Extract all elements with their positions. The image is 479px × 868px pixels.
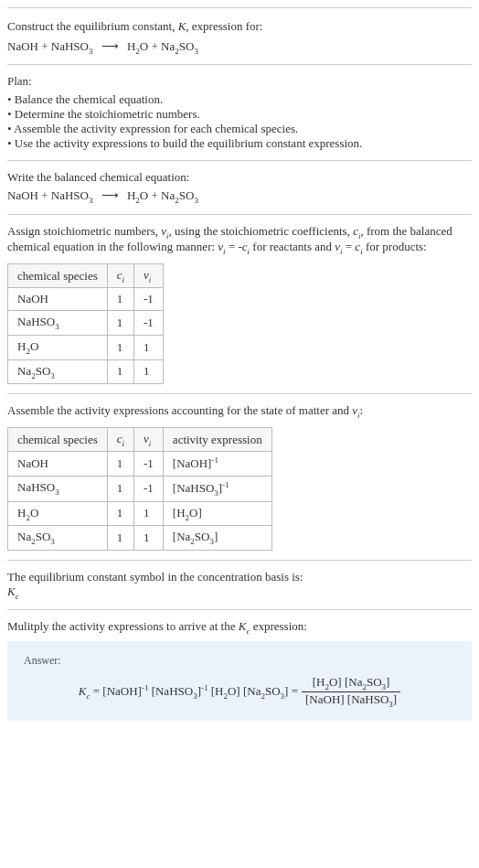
eqsymbol-kc: Kc [7, 584, 472, 601]
act-a: [NaHSO [173, 481, 215, 495]
sp-sub: 3 [55, 322, 59, 331]
plan-item: Determine the stoichiometric numbers. [7, 107, 472, 122]
cell-c: 1 [107, 476, 133, 501]
th-nu: νi [134, 263, 164, 288]
cell-c: 1 [107, 311, 133, 336]
cell-nu: 1 [134, 501, 164, 526]
plan-list: Balance the chemical equation. Determine… [7, 92, 472, 151]
beq-arrow-icon: ⟶ [96, 188, 124, 202]
beq-rhs2a: Na [161, 188, 175, 202]
plan-item: Use the activity expressions to build th… [7, 136, 472, 151]
act-b: SO [195, 530, 210, 543]
eqsymbol-section: The equilibrium constant symbol in the c… [7, 560, 472, 610]
prompt-part1: Construct the equilibrium constant, [7, 19, 178, 33]
cell-species: NaHSO3 [8, 311, 108, 336]
asp-b: SO [36, 530, 51, 543]
reaction-equation: NaOH + NaHSO3 ⟶ H2O + Na2SO3 [7, 39, 472, 56]
eq-rhs2b: SO [179, 39, 195, 53]
eq-rhs1b: O [140, 39, 148, 53]
answer-fraction: [H2O] [Na2SO3] [NaOH] [NaHSO3] [302, 675, 400, 708]
beq-lhs2sub: 3 [89, 196, 93, 205]
th-nu-i: i [149, 274, 152, 284]
balanced-title: Write the balanced chemical equation: [7, 170, 472, 185]
ath-c-i: i [122, 438, 125, 447]
asp-a: NaOH [17, 456, 48, 470]
th-c-i: i [122, 274, 125, 284]
num-c: SO [367, 675, 382, 689]
prompt-section: Construct the equilibrium constant, K, e… [7, 7, 472, 64]
cell-species: H2O [8, 336, 108, 360]
act-sup: -1 [222, 480, 229, 489]
cell-c: 1 [107, 288, 133, 311]
beq-rhs1b: O [140, 188, 148, 202]
eq-plus2: + [148, 39, 161, 53]
beq-lhs1: NaOH [7, 188, 38, 202]
balanced-section: Write the balanced chemical equation: Na… [7, 160, 472, 214]
act-sup: -1 [211, 455, 218, 465]
arrow-icon: ⟶ [96, 39, 124, 53]
act-title-a: Assemble the activity expressions accoun… [7, 403, 352, 417]
table-row: NaHSO3 1 -1 [NaHSO3]-1 [8, 476, 272, 501]
eq-rhs2sub2: 3 [194, 46, 198, 55]
cell-activity: [NaHSO3]-1 [163, 476, 271, 501]
asp-sub: 3 [55, 488, 59, 497]
cell-nu: -1 [134, 452, 164, 476]
act-a: [Na [173, 530, 191, 543]
act-b: O] [189, 506, 202, 520]
cell-c: 1 [107, 359, 133, 384]
table-row: NaOH 1 -1 [8, 288, 164, 311]
answer-label: Answer: [24, 654, 455, 668]
stoich-table: chemical species ci νi NaOH 1 -1 NaHSO3 … [7, 263, 164, 384]
cell-nu: -1 [134, 288, 164, 311]
eq-plus1: + [38, 39, 51, 53]
sp-a: Na [17, 364, 31, 378]
activity-table: chemical species ci νi activity expressi… [7, 427, 272, 551]
table-row: NaHSO3 1 -1 [8, 311, 164, 336]
table-header-row: chemical species ci νi activity expressi… [8, 427, 272, 452]
stoich-ia: Assign stoichiometric numbers, [7, 224, 161, 238]
eq-lhs2sub: 3 [89, 46, 93, 55]
stoich-intro: Assign stoichiometric numbers, νi, using… [7, 224, 472, 256]
stoich-section: Assign stoichiometric numbers, νi, using… [7, 214, 472, 394]
balanced-equation: NaOH + NaHSO3 ⟶ H2O + Na2SO3 [7, 188, 472, 205]
stoich-eq1: = - [226, 240, 242, 253]
table-row: H2O 1 1 [H2O] [8, 501, 272, 526]
th-nu: νi [134, 427, 164, 452]
ans-t3a: [H [211, 684, 224, 698]
ans-t3b: O] [228, 684, 240, 698]
eq-lhs1: NaOH [7, 39, 38, 53]
ans-sup2: -1 [201, 683, 208, 692]
asp-a: NaHSO [17, 480, 55, 494]
cell-nu: -1 [134, 476, 164, 501]
stoich-id: for reactants and [250, 240, 335, 253]
cell-c: 1 [107, 501, 133, 526]
act-title-b: : [360, 403, 364, 417]
beq-lhs2a: NaHSO [51, 188, 89, 202]
den-a: [NaOH] [NaHSO [305, 692, 389, 706]
ath-nu-i: i [149, 438, 152, 447]
sp-a: NaHSO [17, 315, 55, 328]
beq-rhs1a: H [127, 188, 135, 202]
table-row: H2O 1 1 [8, 336, 164, 360]
th-c: ci [107, 263, 133, 288]
prompt-part1b: , expression for: [186, 19, 262, 33]
asp-b: O [30, 506, 38, 520]
act-a: [NaOH] [173, 457, 212, 471]
sp-sub2: 3 [50, 370, 55, 380]
asp-sub2: 3 [50, 537, 55, 546]
den-b: ] [393, 692, 397, 706]
kc-c: c [16, 591, 19, 600]
cell-c: 1 [107, 452, 133, 476]
cell-species: Na2SO3 [8, 526, 108, 551]
ans-eq2: = [288, 684, 298, 698]
multiply-text: Mulitply the activity expressions to arr… [7, 619, 472, 636]
cell-c: 1 [107, 526, 133, 551]
ans-t1: [NaOH] [102, 684, 142, 698]
multiply-section: Mulitply the activity expressions to arr… [7, 609, 472, 730]
cell-nu: 1 [134, 336, 164, 360]
cell-species: NaHSO3 [8, 476, 108, 501]
stoich-ib: , using the stoichiometric coefficients, [169, 224, 354, 238]
cell-nu: 1 [134, 526, 164, 551]
sp-b: SO [36, 364, 51, 378]
fraction-numerator: [H2O] [Na2SO3] [302, 675, 400, 692]
